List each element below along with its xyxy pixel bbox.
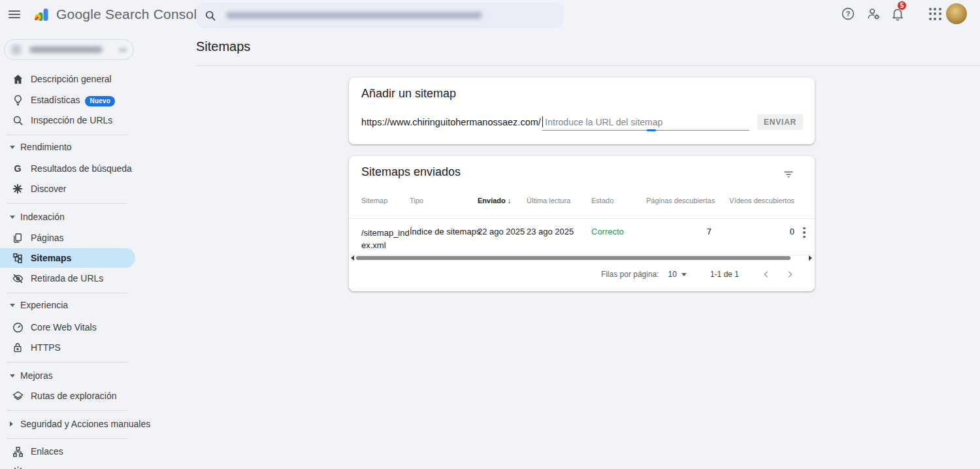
pagination-range: 1-1 de 1 (710, 270, 739, 279)
sort-arrow-icon: ↓ (508, 197, 512, 204)
column-header-enviado[interactable]: Enviado ↓ (478, 197, 511, 204)
menu-icon[interactable] (7, 7, 22, 22)
speedometer-icon (10, 319, 25, 335)
horizontal-scrollbar (349, 255, 815, 261)
link-tree-icon (10, 444, 25, 459)
collapse-arrow-icon (10, 216, 15, 219)
google-g-icon: G (10, 161, 25, 176)
sidebar-section-security[interactable]: Seguridad y Acciones manuales (0, 414, 135, 434)
submit-button[interactable]: ENVIAR (757, 114, 803, 130)
column-header-ultima-lectura[interactable]: Última lectura (527, 197, 570, 204)
sidebar-section-enhancements[interactable]: Mejoras (0, 366, 135, 385)
sitemap-url-placeholder: Introduce la URL del sitemap (545, 117, 662, 127)
app-logo[interactable]: Google Search Console (33, 4, 204, 25)
sidebar-section-performance[interactable]: Rendimiento (0, 137, 135, 157)
search-icon (204, 9, 217, 22)
row-menu-icon[interactable] (798, 225, 811, 240)
status-badge: Correcto (591, 227, 624, 236)
sidebar-item-links[interactable]: Enlaces (0, 442, 135, 461)
rows-per-page-value[interactable]: 10 (668, 270, 677, 279)
sidebar-section-experience[interactable]: Experiencia (0, 295, 135, 315)
filter-icon[interactable] (781, 167, 796, 182)
column-header-sitemap[interactable]: Sitemap (361, 197, 387, 204)
search-console-logo-icon (33, 5, 51, 24)
notification-count-badge: 5 (897, 1, 907, 10)
divider (7, 135, 128, 135)
sidebar-item-removals[interactable]: Retirada de URLs (0, 268, 135, 288)
collapse-arrow-icon (10, 146, 15, 149)
next-page-icon[interactable] (782, 267, 798, 282)
cell-ultima-lectura: 23 ago 2025 (527, 227, 574, 236)
sidebar-item-pages[interactable]: Páginas (0, 228, 135, 248)
cell-paginas: 7 (646, 227, 711, 236)
search-input[interactable] (196, 3, 564, 28)
chevron-down-icon (119, 48, 127, 52)
home-icon (10, 71, 25, 87)
sidebar-item-core-web-vitals[interactable]: Core Web Vitals (0, 317, 135, 337)
divider (196, 65, 980, 66)
svg-text:G: G (14, 163, 21, 174)
top-bar: Google Search Console ? 5 (0, 0, 980, 29)
scroll-left-arrow[interactable] (351, 255, 354, 261)
cell-tipo: Índice de sitemaps (410, 227, 480, 236)
user-settings-icon[interactable] (865, 5, 882, 22)
collapse-arrow-icon (10, 304, 15, 307)
sidebar-section-indexing[interactable]: Indexación (0, 207, 135, 227)
layers-icon (10, 388, 25, 404)
sidebar-item-breadcrumbs[interactable]: Rutas de exploración (0, 386, 135, 406)
scroll-right-arrow[interactable] (809, 255, 812, 261)
sidebar-item-url-inspection[interactable]: Inspección de URLs (0, 110, 135, 130)
cell-enviado: 22 ago 2025 (478, 227, 525, 236)
divider (7, 438, 128, 439)
notifications-icon[interactable]: 5 (889, 5, 906, 22)
search-query-redacted (226, 12, 482, 19)
submitted-sitemaps-card: Sitemaps enviados Sitemap Tipo Enviado ↓… (349, 156, 815, 291)
column-header-paginas[interactable]: Páginas descubiertas (646, 197, 711, 204)
text-cursor (542, 116, 544, 127)
avatar[interactable] (946, 3, 967, 24)
eye-off-icon (10, 270, 25, 286)
column-header-videos[interactable]: Vídeos descubiertos (729, 197, 794, 204)
sitemap-url-input[interactable]: Introduce la URL del sitemap (542, 114, 749, 131)
property-name-redacted (29, 46, 103, 53)
pagination: Filas por página: 10 1-1 de 1 (349, 264, 798, 285)
apps-grid-icon[interactable] (926, 5, 943, 22)
sidebar-item-https[interactable]: HTTPS (0, 338, 135, 357)
discover-asterisk-icon (10, 181, 25, 197)
sidebar-item-settings-partial[interactable] (0, 461, 135, 469)
table-row[interactable]: /sitemap_index.xml Índice de sitemaps 22… (349, 218, 815, 255)
search-icon (10, 112, 25, 128)
nuevo-badge: Nuevo (85, 96, 115, 106)
sitemap-tree-icon (10, 250, 25, 266)
divider (7, 203, 128, 204)
property-icon-redacted (11, 44, 22, 55)
add-sitemap-card: Añadir un sitemap https://www.chiringuit… (349, 78, 815, 144)
url-prefix: https://www.chiringuitohermanossaez.com/ (361, 117, 541, 127)
sidebar-item-sitemaps[interactable]: Sitemaps (0, 248, 135, 268)
sidebar-item-insights[interactable]: Estadísticas EstadísticasNuevo (0, 90, 135, 110)
column-header-tipo[interactable]: Tipo (410, 197, 423, 204)
sidebar-item-discover[interactable]: Discover (0, 179, 135, 199)
sidebar-item-overview[interactable]: Descripción general (0, 69, 135, 89)
column-header-estado[interactable]: Estado (591, 197, 613, 204)
app-title: Google Search Console (56, 7, 204, 22)
help-icon[interactable]: ? (840, 5, 857, 22)
previous-page-icon[interactable] (759, 267, 774, 282)
scrollbar-thumb[interactable] (356, 256, 791, 260)
page-title: Sitemaps (196, 39, 250, 54)
lightbulb-icon (10, 92, 25, 108)
cell-videos: 0 (729, 227, 794, 236)
rows-per-page-dropdown-icon[interactable] (681, 273, 687, 276)
add-sitemap-title: Añadir un sitemap (361, 87, 456, 101)
lock-icon (10, 340, 25, 355)
divider (7, 410, 128, 411)
divider (7, 293, 128, 293)
gear-icon (10, 463, 25, 469)
svg-text:?: ? (846, 10, 851, 18)
property-selector[interactable] (4, 39, 134, 60)
collapse-arrow-icon (10, 374, 15, 378)
cell-sitemap: /sitemap_index.xml (361, 227, 411, 251)
input-focus-indicator (647, 129, 656, 131)
divider (7, 362, 128, 363)
sidebar-item-search-results[interactable]: G Resultados de búsqueda (0, 159, 135, 178)
